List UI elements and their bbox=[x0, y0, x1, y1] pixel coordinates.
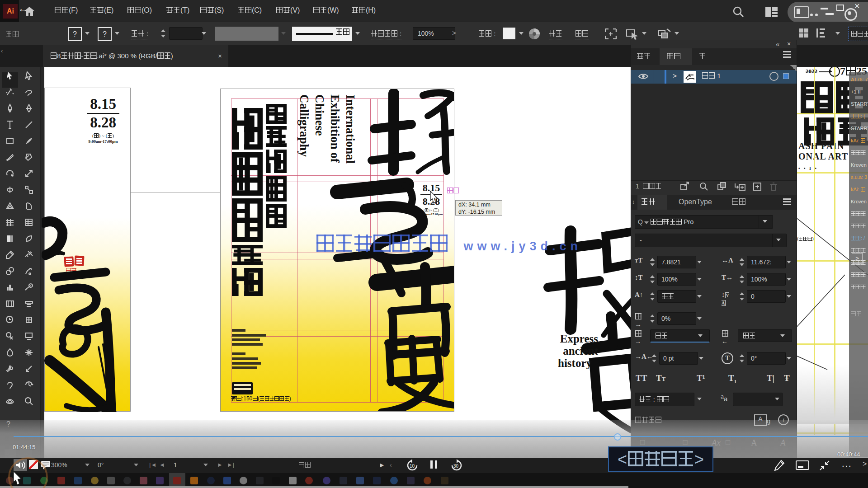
svg-text:30: 30 bbox=[453, 464, 459, 469]
svg-text:10: 10 bbox=[410, 464, 415, 469]
